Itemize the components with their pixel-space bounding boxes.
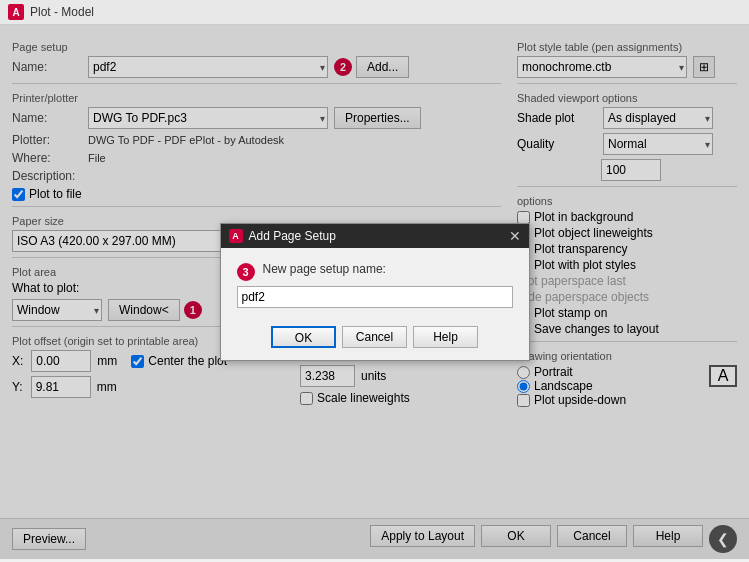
window-title: Plot - Model	[30, 5, 94, 19]
dialog-cancel-button[interactable]: Cancel	[342, 326, 407, 348]
title-bar: A Plot - Model	[0, 0, 749, 25]
dialog-title-text: Add Page Setup	[249, 229, 336, 243]
dialog-buttons: OK Cancel Help	[221, 318, 529, 360]
app-icon: A	[8, 4, 24, 20]
dialog-close-button[interactable]: ✕	[509, 229, 521, 243]
dialog-body: 3 New page setup name:	[221, 248, 529, 318]
main-window: Page setup Name: pdf2 2 Add...	[0, 25, 749, 559]
new-page-setup-name-input[interactable]	[237, 286, 513, 308]
dialog-ok-button[interactable]: OK	[271, 326, 336, 348]
dialog-label: New page setup name:	[263, 262, 386, 276]
dialog-badge: 3	[237, 263, 255, 281]
add-page-setup-dialog: A Add Page Setup ✕ 3 New page setup name…	[220, 223, 530, 361]
dialog-title-left: A Add Page Setup	[229, 229, 336, 243]
dialog-title-bar: A Add Page Setup ✕	[221, 224, 529, 248]
dialog-overlay: A Add Page Setup ✕ 3 New page setup name…	[0, 25, 749, 559]
dialog-icon: A	[229, 229, 243, 243]
dialog-help-button[interactable]: Help	[413, 326, 478, 348]
